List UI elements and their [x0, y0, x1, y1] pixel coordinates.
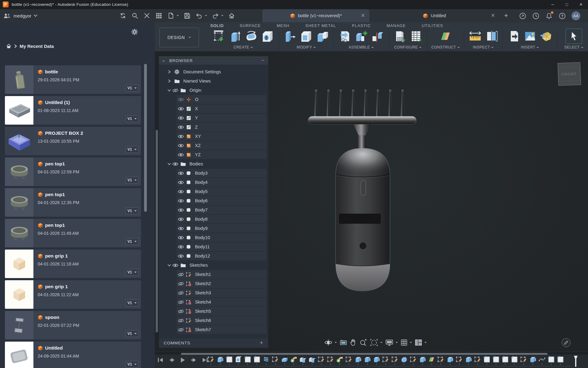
browser-collapse-icon[interactable]: «: [162, 58, 165, 63]
chevron-down-icon[interactable]: [177, 15, 179, 16]
avatar[interactable]: AA: [571, 11, 580, 20]
combine-button[interactable]: [315, 29, 330, 43]
browser-minimize-icon[interactable]: −: [262, 58, 265, 63]
user-menu[interactable]: medgyor: [3, 9, 37, 22]
configuration-button[interactable]: [393, 29, 407, 43]
browser-row-sketch1[interactable]: Sketch1: [159, 270, 268, 279]
browser-row-sketches[interactable]: Sketches: [159, 261, 268, 270]
data-item[interactable]: pen grip 104-01-2026 11:18 AMV1: [5, 250, 141, 278]
step-forward-button[interactable]: [190, 357, 197, 363]
look-at-button[interactable]: [340, 339, 347, 346]
version-badge[interactable]: V1: [126, 330, 139, 337]
timeline-feature-sketch[interactable]: [520, 356, 527, 365]
browser-row-document-settings[interactable]: Document Settings: [159, 67, 268, 76]
visibility-icon[interactable]: [177, 227, 185, 230]
file-button[interactable]: [167, 12, 179, 20]
timeline-feature-coil[interactable]: [262, 356, 270, 365]
view-cube-face[interactable]: FRONT: [559, 67, 580, 81]
data-item[interactable]: pen top104-01-2026 11:49 AMV1: [5, 219, 141, 247]
minimize-button[interactable]: ─: [546, 0, 560, 9]
visibility-icon[interactable]: [177, 134, 185, 138]
timeline-feature-fillet[interactable]: [556, 356, 564, 365]
timeline-feature-fillet[interactable]: [510, 356, 518, 365]
tree-expand-icon[interactable]: [167, 70, 172, 74]
timeline-position-marker[interactable]: [574, 356, 578, 367]
data-item[interactable]: bottle29-01-2026 04:01 PMV1: [5, 65, 141, 94]
visibility-off-icon[interactable]: [177, 291, 185, 295]
data-item[interactable]: Untitled24-09-2025 01:44 AMV1: [5, 342, 141, 368]
visibility-icon[interactable]: [177, 190, 185, 194]
browser-row-xz[interactable]: XZ: [159, 141, 268, 150]
browser-row-body8[interactable]: Body8: [159, 215, 268, 224]
ribbon-group-label[interactable]: CREATE: [234, 45, 253, 49]
ribbon-group-label[interactable]: INSERT: [521, 45, 539, 49]
revolve-button[interactable]: [244, 29, 258, 43]
timeline-feature-extrude[interactable]: [446, 356, 454, 365]
configuration-table-button[interactable]: [409, 29, 423, 43]
visibility-icon[interactable]: [172, 263, 179, 267]
select-button[interactable]: [566, 29, 582, 44]
visibility-icon[interactable]: [177, 171, 185, 175]
visibility-icon[interactable]: [177, 199, 185, 203]
document-tab[interactable]: Untitled: [369, 9, 499, 22]
browser-row-body3[interactable]: Body3: [159, 169, 268, 178]
timeline-feature-sketch[interactable]: [474, 356, 481, 365]
chevron-down-icon[interactable]: [380, 342, 383, 343]
feedback-pencil-button[interactable]: [562, 338, 571, 347]
job-status-icon[interactable]: [532, 12, 540, 20]
home-icon[interactable]: [6, 44, 11, 48]
timeline-feature-fillet[interactable]: [253, 356, 261, 365]
browser-row-body4[interactable]: Body4: [159, 178, 268, 187]
browser-row-body10[interactable]: Body10: [159, 233, 268, 242]
insert-file-button[interactable]: [507, 29, 521, 43]
redo-button[interactable]: [211, 12, 223, 20]
chevron-down-icon[interactable]: [395, 342, 398, 343]
visibility-icon[interactable]: [177, 245, 185, 249]
section-analysis-button[interactable]: [484, 29, 498, 43]
canvas-button[interactable]: [523, 29, 537, 43]
timeline-feature-shell[interactable]: [235, 356, 242, 365]
version-badge[interactable]: V1: [126, 269, 139, 276]
help-icon[interactable]: ?: [558, 12, 566, 20]
new-component-button[interactable]: [354, 29, 368, 43]
search-button[interactable]: [131, 12, 139, 20]
tree-expand-icon[interactable]: [167, 79, 172, 83]
visibility-icon[interactable]: [177, 217, 185, 221]
new-tab-button[interactable]: +: [499, 9, 513, 22]
timeline-feature-combine[interactable]: [299, 356, 307, 365]
timeline-feature-extrude[interactable]: [529, 356, 536, 365]
grid-display-button[interactable]: [401, 339, 412, 346]
timeline-feature-sketch[interactable]: [326, 356, 334, 365]
visibility-off-icon[interactable]: [177, 272, 185, 277]
timeline-feature-extrude[interactable]: [216, 356, 224, 365]
version-badge[interactable]: V1: [126, 85, 139, 91]
maximize-button[interactable]: □: [560, 0, 574, 9]
browser-row-x[interactable]: X: [159, 104, 268, 113]
visibility-icon[interactable]: [177, 144, 185, 148]
visibility-icon[interactable]: [177, 208, 185, 212]
browser-row-sketch4[interactable]: Sketch4: [159, 297, 268, 307]
timeline-feature-sketch[interactable]: [437, 356, 445, 365]
data-item[interactable]: PROJECT BOX 213-01-2026 10:55 PMV1: [5, 127, 141, 155]
comments-bar[interactable]: COMMENTS +: [159, 338, 268, 348]
home-button[interactable]: [227, 12, 235, 20]
browser-row-named-views[interactable]: Named Views: [159, 76, 268, 86]
timeline-feature-combine[interactable]: [308, 356, 316, 365]
timeline-feature-sketch[interactable]: [382, 356, 389, 365]
extensions-icon[interactable]: [519, 12, 527, 20]
timeline-feature-fillet[interactable]: [244, 356, 251, 365]
browser-row-origin[interactable]: Origin: [159, 86, 268, 95]
workspace-selector[interactable]: DESIGN: [159, 28, 199, 47]
press-pull-button[interactable]: [283, 29, 297, 43]
browser-row-bodies[interactable]: Bodies: [159, 159, 268, 169]
tree-collapse-icon[interactable]: [167, 89, 172, 92]
visibility-icon[interactable]: [177, 254, 185, 258]
timeline-feature-extrude[interactable]: [372, 356, 380, 365]
chevron-down-icon[interactable]: [424, 342, 427, 343]
ribbon-group-label[interactable]: INSPECT: [473, 45, 494, 49]
browser-row-o[interactable]: O: [159, 95, 268, 104]
visibility-icon[interactable]: [177, 125, 185, 129]
panel-settings-gear-icon[interactable]: [131, 29, 138, 35]
browser-row-body7[interactable]: Body7: [159, 205, 268, 215]
timeline-feature-extrude[interactable]: [464, 356, 472, 365]
